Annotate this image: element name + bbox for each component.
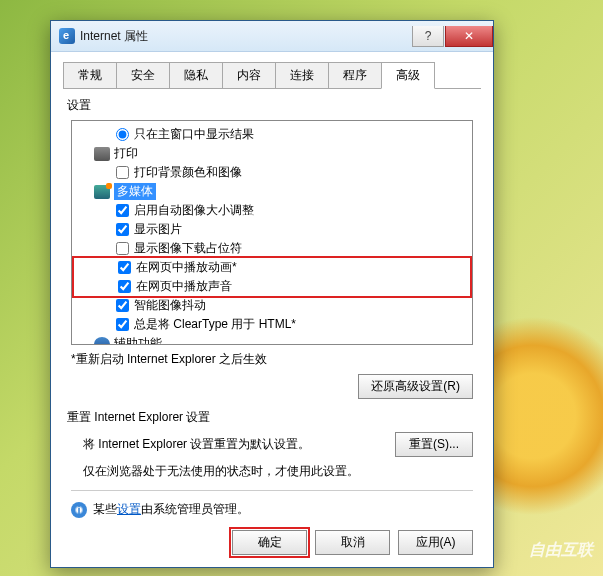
tab-general[interactable]: 常规 bbox=[63, 62, 117, 88]
ok-button[interactable]: 确定 bbox=[232, 530, 307, 555]
tab-advanced[interactable]: 高级 bbox=[381, 62, 435, 89]
internet-properties-dialog: Internet 属性 ? ✕ 常规 安全 隐私 内容 连接 程序 高级 设置 … bbox=[50, 20, 494, 568]
tab-privacy[interactable]: 隐私 bbox=[169, 62, 223, 88]
restore-defaults-button[interactable]: 还原高级设置(R) bbox=[358, 374, 473, 399]
window-title: Internet 属性 bbox=[80, 28, 412, 45]
tab-content[interactable]: 内容 bbox=[222, 62, 276, 88]
tree-item[interactable]: 智能图像抖动 bbox=[74, 296, 470, 315]
tree-item[interactable]: 总是将 ClearType 用于 HTML* bbox=[74, 315, 470, 334]
settings-label: 设置 bbox=[67, 97, 481, 114]
tree-item[interactable]: 打印背景颜色和图像 bbox=[74, 163, 470, 182]
tab-connections[interactable]: 连接 bbox=[275, 62, 329, 88]
tree-item[interactable]: 只在主窗口中显示结果 bbox=[74, 125, 470, 144]
tab-programs[interactable]: 程序 bbox=[328, 62, 382, 88]
tree-item-play-sound[interactable]: 在网页中播放声音 bbox=[76, 277, 468, 296]
highlight-annotation: 在网页中播放动画* 在网页中播放声音 bbox=[72, 256, 472, 298]
tree-item-play-animation[interactable]: 在网页中播放动画* bbox=[76, 258, 468, 277]
checkbox[interactable] bbox=[116, 204, 129, 217]
accessibility-icon bbox=[94, 337, 110, 346]
help-button[interactable]: ? bbox=[412, 26, 444, 47]
tab-bar: 常规 安全 隐私 内容 连接 程序 高级 bbox=[63, 62, 481, 89]
reset-warning: 仅在浏览器处于无法使用的状态时，才使用此设置。 bbox=[83, 463, 473, 480]
checkbox[interactable] bbox=[118, 280, 131, 293]
cancel-button[interactable]: 取消 bbox=[315, 530, 390, 555]
printer-icon bbox=[94, 147, 110, 161]
apply-button[interactable]: 应用(A) bbox=[398, 530, 473, 555]
titlebar[interactable]: Internet 属性 ? ✕ bbox=[51, 21, 493, 52]
tab-security[interactable]: 安全 bbox=[116, 62, 170, 88]
divider bbox=[71, 490, 473, 491]
multimedia-icon bbox=[94, 185, 110, 199]
radio[interactable] bbox=[116, 128, 129, 141]
settings-link[interactable]: 设置 bbox=[117, 502, 141, 516]
ie-icon bbox=[59, 28, 75, 44]
reset-button[interactable]: 重置(S)... bbox=[395, 432, 473, 457]
tree-group-accessibility[interactable]: 辅助功能 bbox=[74, 334, 470, 345]
admin-info: i 某些设置由系统管理员管理。 bbox=[71, 501, 473, 518]
close-button[interactable]: ✕ bbox=[445, 26, 493, 47]
reset-section-title: 重置 Internet Explorer 设置 bbox=[67, 409, 481, 426]
tree-group-media[interactable]: 多媒体 bbox=[74, 182, 470, 201]
tree-item[interactable]: 显示图片 bbox=[74, 220, 470, 239]
checkbox[interactable] bbox=[116, 223, 129, 236]
checkbox[interactable] bbox=[116, 166, 129, 179]
checkbox[interactable] bbox=[116, 242, 129, 255]
checkbox[interactable] bbox=[118, 261, 131, 274]
settings-tree[interactable]: 只在主窗口中显示结果 打印 打印背景颜色和图像 多媒体 启用自动图像大小调整 显… bbox=[71, 120, 473, 345]
tree-group-print[interactable]: 打印 bbox=[74, 144, 470, 163]
watermark: 自由互联 bbox=[529, 540, 593, 561]
checkbox[interactable] bbox=[116, 299, 129, 312]
reset-description: 将 Internet Explorer 设置重置为默认设置。 bbox=[83, 436, 385, 453]
tree-item[interactable]: 启用自动图像大小调整 bbox=[74, 201, 470, 220]
checkbox[interactable] bbox=[116, 318, 129, 331]
info-icon: i bbox=[71, 502, 87, 518]
restart-note: *重新启动 Internet Explorer 之后生效 bbox=[71, 351, 473, 368]
